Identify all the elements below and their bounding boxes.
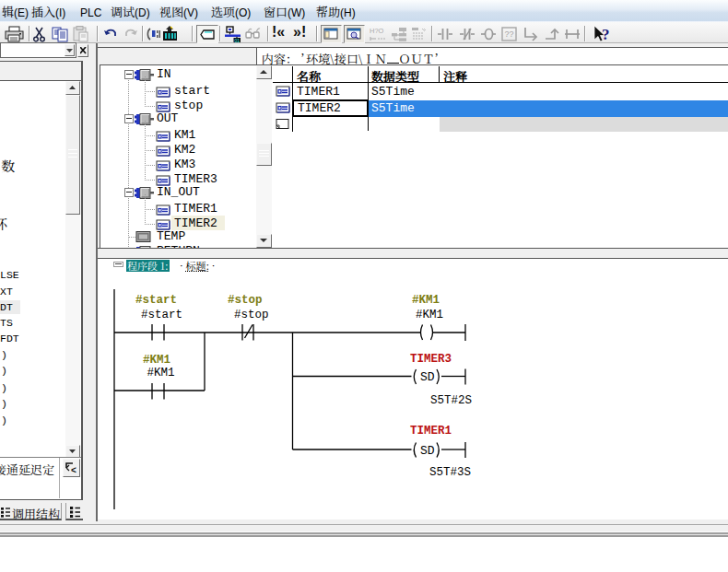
svg-text:?: ?: [602, 26, 610, 43]
svg-text:01: 01: [235, 38, 241, 43]
svg-text:H?O: H?O: [370, 27, 384, 35]
svg-text:<: <: [71, 465, 76, 474]
svg-text:??: ??: [505, 29, 514, 39]
